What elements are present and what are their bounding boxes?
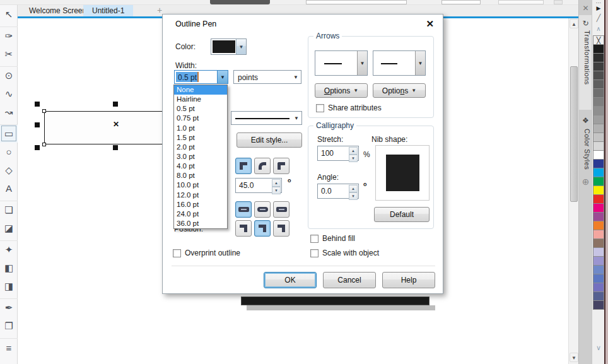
position-centered-button[interactable]	[254, 220, 271, 237]
chevron-down-icon[interactable]: ▼	[357, 51, 367, 75]
width-option[interactable]: 24.0 pt	[174, 209, 227, 219]
palette-swatch-gray-20[interactable]	[593, 132, 604, 142]
palette-swatch-taupe[interactable]	[593, 238, 604, 248]
rect-node[interactable]	[42, 109, 46, 113]
cap-square-button[interactable]	[235, 201, 252, 218]
chevron-down-icon[interactable]: ▼	[291, 112, 301, 124]
crop-tool[interactable]: ✂	[0, 45, 18, 63]
outline-style-combo[interactable]: ▼	[231, 111, 302, 125]
selection-handle-top-left[interactable]	[35, 102, 40, 107]
palette-swatch-gray-70[interactable]	[593, 71, 604, 80]
corner-miter-button[interactable]	[235, 158, 252, 174]
ellipse-tool[interactable]: ○	[0, 143, 18, 161]
selection-handle-bottom-middle[interactable]	[113, 145, 118, 150]
palette-swatch-yellow[interactable]	[593, 185, 604, 195]
fill-tool[interactable]: ◧	[0, 259, 18, 277]
checkbox-icon[interactable]	[310, 235, 319, 243]
palette-scroll-up-icon[interactable]: ∧	[592, 25, 605, 32]
chevron-down-icon[interactable]: ▼	[291, 71, 301, 83]
spin-up-icon[interactable]: ▲	[349, 147, 358, 155]
quick-customize-icon[interactable]: ⊕	[579, 177, 592, 187]
width-option[interactable]: 12.0 pt	[174, 191, 227, 200]
spinner[interactable]: ▲▼	[349, 185, 358, 197]
palette-swatch-pink[interactable]	[593, 230, 604, 239]
outline-pen-tool[interactable]: ✒	[0, 298, 18, 317]
cancel-button[interactable]: Cancel	[323, 272, 376, 288]
corner-round-button[interactable]	[254, 158, 271, 174]
palette-swatch-gray-10[interactable]	[593, 141, 604, 151]
scroll-down-icon[interactable]: ▼	[570, 353, 578, 362]
corner-bevel-button[interactable]	[273, 158, 289, 174]
palette-swatch-gray-90[interactable]	[593, 53, 604, 62]
spinner[interactable]: ▲▼	[272, 179, 281, 192]
palette-swatch-no-color[interactable]: ╳	[593, 35, 604, 45]
selection-center-mark[interactable]: ✕	[113, 120, 119, 129]
palette-swatch-gray-50[interactable]	[593, 97, 604, 107]
palette-swatch-gray-35[interactable]	[593, 115, 604, 124]
selection-handle-middle-left[interactable]	[35, 122, 40, 127]
width-option[interactable]: 8.0 pt	[174, 171, 227, 180]
shape-tool[interactable]: ✑	[0, 26, 18, 45]
canvas-vertical-scrollbar[interactable]: ▲ ▼	[568, 18, 578, 364]
behind-fill-checkbox[interactable]: Behind fill	[310, 234, 355, 243]
width-option[interactable]: None	[174, 85, 227, 95]
palette-eyedropper-icon[interactable]: ╱	[592, 14, 605, 22]
palette-flyout-icon[interactable]: ▶	[592, 5, 605, 11]
end-arrowhead-combo[interactable]: ▼	[373, 50, 426, 76]
pick-tool[interactable]: ↖	[0, 5, 18, 23]
selection-handle-bottom-left[interactable]	[35, 145, 40, 150]
help-button[interactable]: Help	[382, 272, 435, 288]
outline-color-picker[interactable]: ▼	[211, 38, 247, 55]
nib-shape-preview[interactable]	[375, 145, 430, 201]
docker-tab-color-styles[interactable]: Color Styles	[580, 129, 591, 170]
spin-up-icon[interactable]: ▲	[272, 179, 281, 187]
palette-swatch-dark-blue[interactable]	[593, 159, 604, 168]
palette-swatch-gray-80[interactable]	[593, 62, 604, 71]
width-option[interactable]: 2.0 pt	[174, 143, 227, 152]
overprint-outline-checkbox[interactable]: Overprint outline	[173, 249, 240, 257]
width-option[interactable]: 1.5 pt	[174, 133, 227, 143]
zoom-tool[interactable]: ⊙	[0, 66, 18, 85]
checkbox-icon[interactable]	[173, 249, 181, 257]
palette-swatch-black[interactable]	[593, 44, 604, 54]
artistic-media-tool[interactable]: ↝	[0, 103, 18, 121]
width-units-combo[interactable]: points ▼	[233, 70, 301, 84]
stretch-field[interactable]: 100 ▲▼	[317, 146, 359, 161]
edit-style-button[interactable]: Edit style...	[237, 132, 302, 148]
object-styles-tool[interactable]: ≡	[0, 338, 18, 356]
palette-swatch-medium-blue[interactable]	[593, 274, 604, 283]
transparency-tool[interactable]: ◪	[0, 219, 18, 237]
position-inside-button[interactable]	[235, 220, 252, 237]
palette-scroll-down-icon[interactable]: ∨	[592, 344, 605, 352]
drop-shadow-tool[interactable]: ❏	[0, 201, 18, 219]
palette-swatch-gray-60[interactable]	[593, 79, 604, 89]
miter-limit-field[interactable]: 45.0 ▲▼	[235, 178, 282, 193]
angle-field[interactable]: 0.0 ▲▼	[317, 184, 359, 199]
palette-swatch-gray-30[interactable]	[593, 124, 604, 133]
palette-swatch-white[interactable]	[593, 150, 604, 160]
default-button[interactable]: Default	[374, 207, 430, 222]
palette-swatch-slate[interactable]	[593, 291, 604, 301]
scale-with-object-checkbox[interactable]: Scale with object	[310, 249, 379, 257]
checkbox-icon[interactable]	[310, 249, 319, 257]
width-option[interactable]: 0.75 pt	[174, 114, 227, 123]
width-option[interactable]: 3.0 pt	[174, 152, 227, 161]
ok-button[interactable]: OK	[264, 272, 317, 288]
chevron-down-icon[interactable]: ▼	[236, 39, 246, 54]
rect-node[interactable]	[42, 143, 46, 146]
width-option[interactable]: Hairline	[174, 95, 227, 104]
palette-swatch-green[interactable]	[593, 177, 604, 186]
rectangle-tool[interactable]: ▭	[0, 124, 18, 143]
tab-untitled-1[interactable]: Untitled-1	[83, 5, 133, 16]
chevron-down-icon[interactable]: ▼	[415, 51, 425, 75]
palette-swatch-gray-55[interactable]	[593, 88, 604, 98]
palette-swatch-orange[interactable]	[593, 221, 604, 230]
scroll-up-icon[interactable]: ▲	[570, 19, 578, 28]
cap-extended-button[interactable]	[273, 201, 289, 218]
position-outside-button[interactable]	[273, 220, 289, 237]
palette-swatch-magenta[interactable]	[593, 203, 604, 213]
chevron-down-icon[interactable]: ▼	[217, 71, 228, 83]
docker-close-icon[interactable]: ✕	[579, 4, 592, 13]
width-option[interactable]: 16.0 pt	[174, 200, 227, 209]
spin-up-icon[interactable]: ▲	[349, 185, 358, 192]
